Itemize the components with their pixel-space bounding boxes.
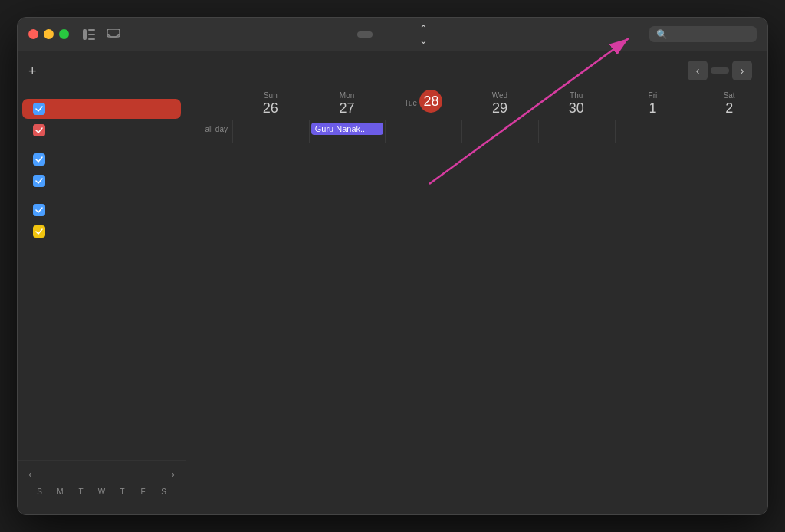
timezone-button[interactable]: ⌃⌄: [412, 20, 432, 49]
icloud-section-label: [18, 90, 186, 98]
main-layout: +: [18, 51, 767, 514]
search-icon: 🔍: [656, 29, 668, 40]
google-section-label: [18, 141, 186, 149]
mini-cal-dow: T: [113, 486, 132, 498]
allday-cell-wed: [461, 120, 538, 143]
other-section-label: [18, 192, 186, 199]
day-headers: Sun 26 Mon 27 Tue 28 Wed 29 Thu 30: [186, 87, 767, 120]
birthdays-checkbox[interactable]: [33, 204, 45, 216]
mini-cal-dow: T: [71, 486, 90, 498]
title-bar: ⌃⌄ 🔍: [18, 18, 767, 51]
allday-label: all-day: [186, 120, 232, 143]
svg-rect-0: [83, 29, 87, 40]
allday-row: all-day Guru Nanak...: [186, 120, 767, 143]
minimize-button[interactable]: [44, 29, 54, 39]
day-header-mon: Mon 27: [309, 87, 386, 120]
sidebar: +: [18, 51, 186, 514]
mini-cal-dow: M: [51, 486, 70, 498]
allday-cell-tue: [385, 120, 461, 143]
today-nav: ‹ ›: [688, 61, 752, 80]
close-button[interactable]: [28, 29, 38, 39]
allday-cell-thu: [538, 120, 615, 143]
timezone-chevron-icon: ⌃⌄: [419, 23, 428, 46]
window-icons: [81, 27, 121, 42]
search-input[interactable]: [672, 28, 750, 40]
guru-nanak-event[interactable]: Guru Nanak...: [311, 123, 384, 135]
allday-cell-sun: [232, 120, 309, 143]
mini-cal-header: ‹ ›: [28, 468, 175, 480]
siri-checkbox[interactable]: [33, 225, 45, 238]
search-box[interactable]: 🔍: [649, 26, 757, 42]
sidebar-item-home[interactable]: [22, 99, 181, 119]
year-view-button[interactable]: [394, 31, 409, 38]
day-header-sat: Sat 2: [691, 87, 767, 120]
svg-rect-3: [88, 38, 95, 40]
sidebar-item-holidays[interactable]: [22, 171, 181, 191]
sidebar-item-siri[interactable]: [22, 222, 181, 241]
holidays-checkbox[interactable]: [33, 175, 45, 187]
day-view-button[interactable]: [339, 31, 354, 38]
next-week-button[interactable]: ›: [732, 61, 752, 80]
today-button[interactable]: [711, 67, 729, 74]
mini-cal-dow: F: [133, 486, 153, 498]
day-header-fri: Fri 1: [615, 87, 691, 120]
inbox-icon[interactable]: [106, 27, 121, 42]
calendar-area: ‹ › Sun 26 Mon 27 Tue 28: [186, 51, 767, 514]
day-header-tue: Tue 28: [385, 87, 461, 120]
maximize-button[interactable]: [59, 29, 69, 39]
svg-rect-2: [88, 34, 95, 35]
mini-cal-dow: S: [30, 486, 49, 498]
mini-cal-dow: S: [154, 486, 173, 498]
time-grid-container[interactable]: [186, 143, 767, 514]
allday-cell-fri: [615, 120, 691, 143]
mini-cal-prev[interactable]: ‹: [28, 468, 31, 480]
cal-header: ‹ ›: [186, 51, 767, 87]
home-checkbox[interactable]: [33, 103, 45, 115]
mini-cal-dow: W: [92, 486, 111, 498]
work-checkbox[interactable]: [33, 124, 45, 136]
prev-week-button[interactable]: ‹: [688, 61, 708, 80]
day-header-wed: Wed 29: [461, 87, 538, 120]
app-window: ⌃⌄ 🔍 +: [17, 17, 768, 515]
svg-rect-1: [88, 29, 95, 31]
view-switcher: ⌃⌄: [121, 20, 649, 49]
google-main-checkbox[interactable]: [33, 153, 45, 166]
allday-cell-sat: [691, 120, 767, 143]
allday-cell-mon[interactable]: Guru Nanak...: [309, 120, 386, 143]
sidebar-item-work[interactable]: [22, 120, 181, 140]
mini-cal-next[interactable]: ›: [172, 468, 175, 480]
sidebar-toggle-icon[interactable]: [81, 27, 97, 42]
week-view-button[interactable]: [357, 31, 373, 38]
traffic-lights: [28, 29, 69, 39]
day-header-thu: Thu 30: [538, 87, 615, 120]
add-calendar-button[interactable]: +: [18, 59, 186, 84]
mini-calendar: ‹ › S M T W T F S: [18, 460, 186, 507]
day-header-sun: Sun 26: [232, 87, 309, 120]
mini-cal-grid: S M T W T F S: [28, 484, 175, 499]
sidebar-item-google-main[interactable]: [22, 149, 181, 169]
sidebar-item-birthdays[interactable]: [22, 200, 181, 220]
month-view-button[interactable]: [376, 31, 391, 38]
